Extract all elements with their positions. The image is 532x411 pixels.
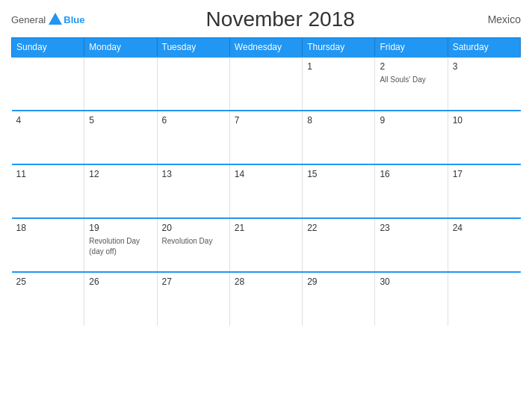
day-number: 1 [307,61,370,72]
day-cell: 29 [303,272,375,326]
day-number: 27 [162,276,225,287]
day-cell: 21 [229,218,302,272]
day-number: 15 [307,169,370,179]
day-cell [229,57,302,111]
calendar-table: Sunday Monday Tuesday Wednesday Thursday… [11,37,521,326]
col-thursday: Thursday [303,38,375,58]
day-number: 20 [162,223,225,233]
day-number: 25 [16,276,80,287]
calendar-header: Sunday Monday Tuesday Wednesday Thursday… [12,38,521,58]
header: General Blue November 2018 Mexico [11,7,521,31]
day-number: 12 [89,169,152,179]
day-cell: 19Revolution Day (day off) [84,218,157,272]
country-label: Mexico [476,13,521,25]
day-number: 8 [307,115,370,126]
day-number: 13 [162,169,225,179]
calendar-body: 12All Souls' Day345678910111213141516171… [12,57,521,326]
day-cell: 22 [303,218,375,272]
day-cell: 28 [229,272,302,326]
day-cell: 17 [448,164,520,218]
day-cell: 3 [448,57,520,111]
day-cell: 11 [12,164,84,218]
day-cell: 13 [157,164,229,218]
day-number: 9 [380,115,442,126]
day-cell [448,272,520,326]
day-cell [84,57,157,111]
day-cell: 15 [303,164,375,218]
day-cell: 24 [448,218,520,272]
day-number: 14 [235,169,297,179]
day-cell: 9 [375,111,448,164]
col-monday: Monday [84,38,157,58]
week-row-3: 1819Revolution Day (day off)20Revolution… [12,218,521,272]
day-cell: 7 [229,111,302,164]
day-number: 3 [453,61,516,72]
day-event: All Souls' Day [380,75,425,84]
day-cell: 14 [229,164,302,218]
day-number: 22 [307,223,370,233]
day-number: 11 [16,169,80,179]
day-cell: 8 [303,111,375,164]
day-number: 29 [307,276,370,287]
col-tuesday: Tuesday [157,38,229,58]
calendar-page: General Blue November 2018 Mexico Sunday… [0,0,532,411]
day-number: 16 [380,169,442,179]
day-cell: 23 [375,218,448,272]
day-cell: 10 [448,111,520,164]
day-number: 10 [453,115,516,126]
col-saturday: Saturday [448,38,520,58]
day-cell [12,57,84,111]
day-number: 24 [453,223,516,233]
logo: General Blue [11,11,84,28]
calendar-title: November 2018 [84,7,476,31]
day-cell: 26 [84,272,157,326]
day-number: 2 [380,61,442,72]
day-cell: 2All Souls' Day [375,57,448,111]
day-number: 6 [162,115,225,126]
day-cell: 12 [84,164,157,218]
day-cell: 27 [157,272,229,326]
day-event: Revolution Day [162,237,213,245]
day-cell: 25 [12,272,84,326]
day-cell: 18 [12,218,84,272]
day-number: 18 [16,223,80,233]
day-cell: 20Revolution Day [157,218,229,272]
day-number: 5 [89,115,152,126]
col-sunday: Sunday [12,38,84,58]
day-cell: 1 [303,57,375,111]
week-row-1: 45678910 [12,111,521,164]
day-number: 30 [380,276,442,287]
day-number: 21 [235,223,297,233]
day-cell: 16 [375,164,448,218]
day-number: 17 [453,169,516,179]
day-cell [157,57,229,111]
day-number: 4 [16,115,80,126]
logo-general-text: General [11,14,46,25]
day-number: 19 [89,223,152,233]
logo-blue-text: Blue [64,14,84,25]
day-cell: 4 [12,111,84,164]
day-number: 28 [235,276,297,287]
day-number: 26 [89,276,152,287]
day-cell: 6 [157,111,229,164]
day-number: 7 [235,115,297,126]
week-row-4: 252627282930 [12,272,521,326]
col-friday: Friday [375,38,448,58]
week-row-0: 12All Souls' Day3 [12,57,521,111]
svg-marker-0 [49,13,62,25]
header-row: Sunday Monday Tuesday Wednesday Thursday… [12,38,521,58]
day-event: Revolution Day (day off) [89,237,140,256]
day-cell: 30 [375,272,448,326]
logo-icon [47,11,64,28]
col-wednesday: Wednesday [229,38,302,58]
day-number: 23 [380,223,442,233]
week-row-2: 11121314151617 [12,164,521,218]
day-cell: 5 [84,111,157,164]
